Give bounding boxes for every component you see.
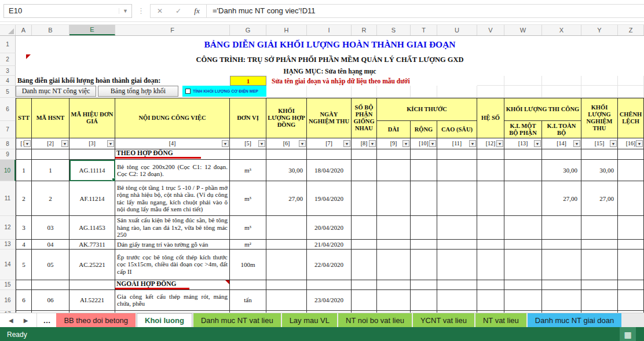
row-header-2[interactable]: 2 <box>0 53 16 66</box>
cell[interactable] <box>618 240 644 250</box>
col-header-V[interactable]: V <box>477 25 504 35</box>
enter-icon[interactable]: ✓ <box>169 7 188 15</box>
cell[interactable] <box>377 149 411 160</box>
cell-kl-nghiem-thu[interactable] <box>581 290 618 311</box>
tab-danh-muc-nt-vat-lieu[interactable]: Danh muc NT vat lieu <box>193 313 281 327</box>
cell-ma-hsnt[interactable]: 05 <box>32 250 69 280</box>
filter-cell[interactable]: [15]▼ <box>581 138 618 149</box>
cell[interactable] <box>504 181 542 216</box>
filter-dropdown-icon[interactable]: ▼ <box>222 140 229 147</box>
cell-kl-hop-dong[interactable]: 27,00 <box>266 181 307 216</box>
cell-kl-nghiem-thu[interactable] <box>581 216 618 240</box>
cell[interactable] <box>477 76 504 86</box>
stage-label[interactable]: Bảng diễn giải khối lượng hoàn thành gia… <box>16 76 230 86</box>
col-header-G[interactable]: G <box>230 25 266 35</box>
cell[interactable] <box>69 149 115 160</box>
cell[interactable] <box>69 280 115 290</box>
cell-ma-hieu[interactable]: AF.11214 <box>69 181 115 216</box>
cell-stt[interactable]: 2 <box>16 181 32 216</box>
cell[interactable] <box>377 280 411 290</box>
cell[interactable] <box>411 149 437 160</box>
cell-kl-nghiem-thu[interactable]: 30,00 <box>581 160 618 181</box>
cell[interactable] <box>504 280 542 290</box>
filter-cell[interactable]: [6]▼ <box>266 138 307 149</box>
cell[interactable] <box>411 86 437 98</box>
cell[interactable] <box>542 76 581 86</box>
cell[interactable] <box>504 86 542 98</box>
cell-ma-hsnt[interactable]: 04 <box>32 240 69 250</box>
col-header-R[interactable]: R <box>352 25 377 35</box>
cell[interactable] <box>352 216 377 240</box>
header-kl-nghiem-thu[interactable]: KHỐI LƯỢNG NGHIỆM THU <box>581 98 618 138</box>
cell-kl-nghiem-thu[interactable]: 27,00 <box>581 181 618 216</box>
cell[interactable] <box>477 149 504 160</box>
tab-khoi-luong-active[interactable]: Khoi luong <box>137 313 192 327</box>
cell-noi-dung[interactable]: Dán giấy trang trí vào tường gỗ ván <box>115 240 230 250</box>
filter-dropdown-icon[interactable]: ▼ <box>573 140 580 147</box>
cell[interactable] <box>437 290 477 311</box>
col-header-X[interactable]: X <box>542 25 581 35</box>
cell[interactable] <box>581 280 618 290</box>
cell-kl-toan-bo[interactable]: 27,00 <box>542 181 581 216</box>
cell[interactable] <box>352 149 377 160</box>
cell[interactable] <box>581 149 618 160</box>
cell[interactable] <box>504 76 542 86</box>
cell[interactable] <box>437 149 477 160</box>
cell-ma-hieu[interactable]: AC.25221 <box>69 250 115 280</box>
row-header-12[interactable]: 12 <box>0 216 16 240</box>
cell-noi-dung[interactable]: Bê tông cột tầng 1 trục 5 -10 / P - phần… <box>115 181 230 216</box>
header-cao[interactable]: CAO (SÂU) <box>437 121 477 138</box>
cell[interactable] <box>411 216 437 240</box>
select-all-corner[interactable] <box>0 25 16 35</box>
header-ma-hieu[interactable]: MÃ HIỆU ĐƠN GIÁ <box>69 98 115 138</box>
mep-checkbox[interactable] <box>185 89 191 94</box>
bang-tong-hop-button[interactable]: Bảng tổng hợp khối <box>98 86 178 97</box>
name-box-dropdown-icon[interactable]: ▼ <box>119 8 131 14</box>
row-header-3[interactable]: 3 <box>0 66 16 76</box>
cell[interactable] <box>411 280 437 290</box>
filter-dropdown-icon[interactable]: ▼ <box>610 140 617 147</box>
tab-nt-vat-lieu[interactable]: NT vat lieu <box>475 313 526 327</box>
item-title[interactable]: HẠNG MỤC: Sửa tên hạng mục <box>16 66 644 76</box>
cell[interactable] <box>437 250 477 280</box>
cell[interactable] <box>477 240 504 250</box>
col-header-T[interactable]: T <box>411 25 437 35</box>
cell[interactable] <box>230 149 266 160</box>
cell[interactable] <box>618 86 644 98</box>
cell[interactable] <box>504 160 542 181</box>
header-so-bo-phan[interactable]: SỐ BỘ PHẬN GIỐNG NHAU <box>352 98 377 138</box>
cell[interactable] <box>437 181 477 216</box>
sheet-title[interactable]: BẢNG DIỄN GIẢI KHỐI LƯỢNG HOÀN THÀNH GIA… <box>16 36 644 53</box>
cell-kl-toan-bo[interactable]: 30,00 <box>542 160 581 181</box>
cell-ngay[interactable]: 20/04/2020 <box>307 216 352 240</box>
stage-note[interactable]: Sửa tên giai đoạn và nhập dữ liệu theo m… <box>266 76 477 86</box>
header-dai[interactable]: DÀI <box>377 121 411 138</box>
filter-cell[interactable]: [1]▼ <box>16 138 32 149</box>
col-header-Y[interactable]: Y <box>581 25 618 35</box>
col-header-E[interactable]: E <box>69 25 115 35</box>
cell[interactable] <box>581 86 618 98</box>
stage-number-cell[interactable]: 1 <box>230 76 266 86</box>
col-header-U[interactable]: U <box>437 25 477 35</box>
cell[interactable] <box>411 181 437 216</box>
filter-dropdown-icon[interactable]: ▼ <box>107 140 114 147</box>
header-he-so[interactable]: HỆ SỐ <box>477 98 504 138</box>
header-kich-thuoc[interactable]: KÍCH THƯỚC <box>377 98 477 121</box>
header-ma-hsnt[interactable]: MÃ HSNT <box>32 98 69 138</box>
row-header-9[interactable]: 9 <box>0 149 16 160</box>
cell[interactable] <box>352 86 377 98</box>
filter-dropdown-icon[interactable]: ▼ <box>636 140 643 147</box>
project-title[interactable]: CÔNG TRÌNH: TRỤ SỞ PHÂN PHỐI PHẦN MỀM QU… <box>16 53 644 66</box>
col-header-H[interactable]: H <box>266 25 307 35</box>
cell[interactable] <box>352 290 377 311</box>
cell[interactable] <box>542 280 581 290</box>
cell-stt[interactable]: 6 <box>16 290 32 311</box>
cell[interactable] <box>581 76 618 86</box>
filter-cell[interactable]: [9]▼ <box>377 138 411 149</box>
cell-don-vi[interactable]: m³ <box>230 216 266 240</box>
cell[interactable] <box>618 160 644 181</box>
cell-stt[interactable]: 4 <box>16 240 32 250</box>
cell-kl-toan-bo[interactable] <box>542 240 581 250</box>
filter-dropdown-icon[interactable]: ▼ <box>343 140 350 147</box>
filter-cell[interactable]: [16]▼ <box>618 138 644 149</box>
